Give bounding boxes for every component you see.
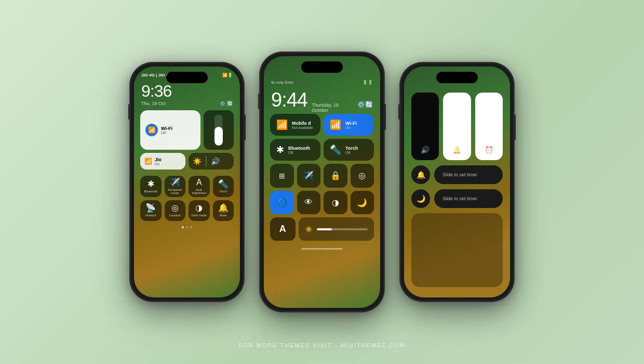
brightness-thumb bbox=[317, 228, 332, 230]
date-row-1: Thu, 19 Oct ⚙️ 🔄 bbox=[134, 101, 240, 110]
status-right: 🔋🔋 bbox=[363, 80, 373, 85]
aeroplane-btn-2[interactable]: ✈️ bbox=[297, 164, 321, 188]
auto-brightness-btn[interactable]: A Auto brightness bbox=[189, 176, 210, 197]
brightness-icon: ☀️ bbox=[193, 157, 202, 165]
darkmode-icon: ◑ bbox=[195, 204, 203, 212]
focus-btn[interactable]: 🔵 bbox=[270, 191, 294, 215]
bluetooth-icon-2: ✱ bbox=[276, 144, 284, 155]
sliders-row: 🔊 🔔 ⏰ bbox=[411, 93, 503, 160]
page-dots-1 bbox=[134, 224, 240, 230]
mute-icon: 🔔 bbox=[218, 204, 229, 212]
control-grid-1: ✱ Bluetooth ✈️ Aeroplane mode A Auto bri… bbox=[134, 173, 240, 224]
volume-slider-3[interactable]: 🔊 bbox=[411, 93, 439, 160]
status-icons: 📶🔋 bbox=[222, 73, 233, 77]
bluetooth-btn[interactable]: ✱ Bluetooth bbox=[140, 176, 162, 197]
jio-text: Jio On bbox=[155, 157, 162, 166]
alert-slider-3[interactable]: 🔔 bbox=[443, 93, 471, 160]
time-display-2: 9:44 bbox=[271, 89, 307, 111]
watermark: FOR MORE THEMES VISIT - MIUITHEMEZ.COM bbox=[238, 342, 405, 348]
phone-2-screen: lls only Eme 🔋🔋 9:44 Thursday, 19 Octobe… bbox=[264, 56, 380, 308]
jio-button[interactable]: 📶 Jio On bbox=[140, 153, 185, 170]
dynamic-island-1 bbox=[166, 72, 208, 83]
bluetooth-text-2: Bluetooth Off bbox=[288, 146, 310, 154]
darkmode-btn[interactable]: ◑ Dark mode bbox=[189, 200, 210, 222]
aeroplane-btn[interactable]: ✈️ Aeroplane mode bbox=[165, 176, 186, 197]
sun-auto-icon: A bbox=[196, 178, 202, 187]
torch-icon-2: 🔦 bbox=[330, 144, 341, 155]
cc-bt-torch-grid: ✱ Bluetooth Off 🔦 Torch Off bbox=[264, 139, 380, 164]
slider-fill-vol bbox=[214, 127, 223, 146]
dot-2 bbox=[186, 226, 188, 228]
lock-btn[interactable]: 🔒 bbox=[324, 164, 347, 188]
invert-btn[interactable]: ◑ bbox=[324, 191, 347, 215]
timer-bell-icon[interactable]: 🔔 bbox=[411, 165, 430, 184]
jio-icon: 📶 bbox=[144, 158, 152, 165]
wifi-text-2: Wi-Fi On bbox=[345, 121, 357, 129]
settings-icons-2: ⚙️🔄 bbox=[357, 101, 373, 108]
timer-slider-2[interactable]: Slide to set timer bbox=[434, 189, 503, 208]
wifi-row: 📶 Wi-Fi Off bbox=[134, 110, 240, 153]
dynamic-island-2 bbox=[301, 61, 343, 73]
eye-btn[interactable]: 👁 bbox=[297, 191, 321, 215]
torch-text-2: Torch Off bbox=[345, 146, 358, 154]
wifi-icon-2: 📶 bbox=[330, 119, 341, 131]
timer-row-2: 🌙 Slide to set timer bbox=[411, 189, 503, 208]
torch-btn-2[interactable]: 🔦 Torch Off bbox=[324, 139, 374, 161]
volume-icon-small: 🔊 bbox=[211, 157, 220, 165]
wifi-icon: 📶 bbox=[145, 124, 158, 136]
phone-1: JIO 4G | JIO 4G 286KB/s 📶🔋 9:36 Thu, 19 … bbox=[130, 62, 244, 302]
location-btn[interactable]: ◎ Location bbox=[165, 200, 186, 222]
alert-slider-icon: 🔔 bbox=[452, 146, 461, 154]
plane-icon: ✈️ bbox=[170, 178, 180, 187]
timer-slider-1[interactable]: Slide to set timer bbox=[434, 165, 503, 184]
dynamic-island-3 bbox=[436, 72, 478, 83]
phone3-content: 🔊 🔔 ⏰ bbox=[404, 67, 510, 297]
mobile-icon: 📶 bbox=[276, 119, 288, 131]
slider-track-vol bbox=[214, 114, 223, 146]
bluetooth-icon: ✱ bbox=[147, 180, 154, 188]
date-display-2: Thursday, 19 October bbox=[312, 102, 353, 113]
brightness-slider-2[interactable]: ☀️ bbox=[299, 217, 374, 241]
dot-3 bbox=[190, 226, 192, 228]
dot-1 bbox=[182, 226, 184, 228]
location-icon: ◎ bbox=[171, 204, 179, 212]
cc-top-grid: 📶 Mobile d Not available 📶 Wi-Fi On bbox=[264, 114, 380, 139]
torch-icon: 🔦 bbox=[218, 180, 229, 188]
clock-slider-3[interactable]: ⏰ bbox=[475, 93, 503, 160]
status-left: lls only Eme bbox=[271, 80, 293, 85]
phone-3: 🔊 🔔 ⏰ bbox=[400, 62, 514, 302]
blurred-bottom bbox=[411, 213, 503, 287]
slider-volume-1[interactable] bbox=[204, 110, 234, 150]
bluetooth-btn-2[interactable]: ✱ Bluetooth Off bbox=[270, 139, 320, 161]
brightness-icon-2: ☀️ bbox=[305, 226, 313, 233]
divider bbox=[206, 156, 207, 166]
cc-small-grid: ⊞ ✈️ 🔒 ◎ 🔵 👁 ◑ 🌙 bbox=[264, 164, 380, 217]
timer-moon-icon[interactable]: 🌙 bbox=[411, 189, 430, 208]
wifi-text: Wi-Fi Off bbox=[161, 126, 172, 135]
phone-1-screen: JIO 4G | JIO 4G 286KB/s 📶🔋 9:36 Thu, 19 … bbox=[134, 67, 240, 297]
hotspot-icon: 📡 bbox=[145, 204, 156, 212]
mute-btn[interactable]: 🔔 Mute bbox=[213, 200, 234, 222]
wifi-btn-2[interactable]: 📶 Wi-Fi On bbox=[324, 114, 374, 136]
cc-bottom-row: A ☀️ bbox=[264, 217, 380, 245]
text-size-btn[interactable]: A bbox=[270, 217, 296, 241]
wifi-button[interactable]: 📶 Wi-Fi Off bbox=[140, 110, 200, 150]
time-row-2: 9:44 Thursday, 19 October ⚙️🔄 bbox=[264, 87, 380, 114]
direction-btn[interactable]: ◎ bbox=[351, 164, 374, 188]
phone-2: lls only Eme 🔋🔋 9:44 Thursday, 19 Octobe… bbox=[260, 52, 384, 312]
brightness-fill bbox=[317, 228, 368, 230]
volume-slider-icon: 🔊 bbox=[421, 146, 430, 154]
moon-btn[interactable]: 🌙 bbox=[351, 191, 374, 215]
mobile-data-btn[interactable]: 📶 Mobile d Not available bbox=[270, 114, 320, 136]
hotspot-btn[interactable]: 📡 Hotspot bbox=[140, 200, 162, 222]
phones-container: JIO 4G | JIO 4G 286KB/s 📶🔋 9:36 Thu, 19 … bbox=[130, 52, 514, 312]
torch-btn-1[interactable]: 🔦 Torch bbox=[213, 176, 234, 197]
brightness-btn[interactable]: ☀️ 🔊 bbox=[189, 153, 234, 170]
jio-row: 📶 Jio On ☀️ 🔊 bbox=[134, 153, 240, 173]
accessibility-btn[interactable]: ⊞ bbox=[270, 164, 294, 188]
home-indicator-2 bbox=[301, 248, 343, 250]
mobile-text: Mobile d Not available bbox=[292, 121, 313, 129]
timer-row-1: 🔔 Slide to set timer bbox=[411, 165, 503, 184]
clock-slider-icon: ⏰ bbox=[485, 146, 493, 154]
phone-3-screen: 🔊 🔔 ⏰ bbox=[404, 67, 510, 297]
